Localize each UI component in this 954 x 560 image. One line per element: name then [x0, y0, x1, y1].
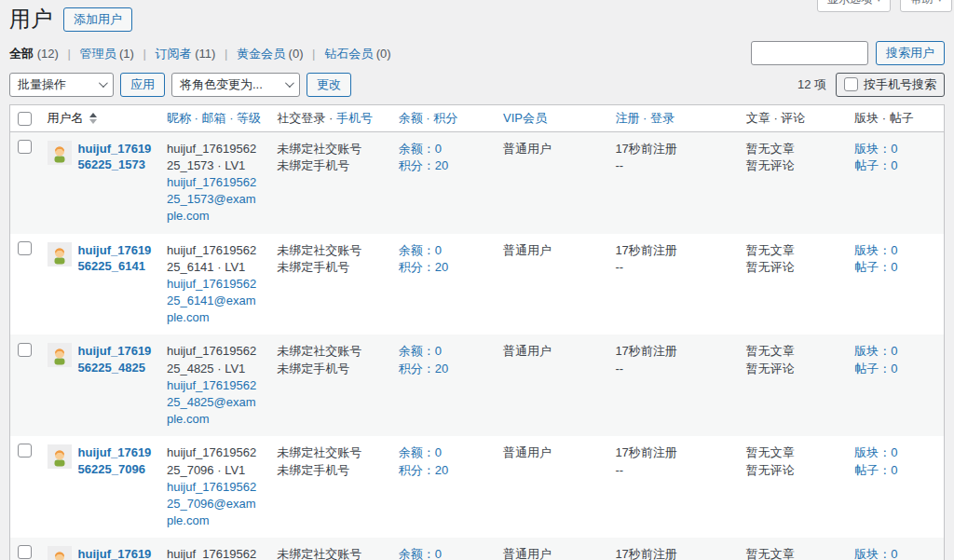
column-register-login[interactable]: 注册 · 登录: [615, 111, 675, 125]
change-role-button[interactable]: 更改: [307, 73, 351, 97]
phone-search-toggle[interactable]: 按手机号搜索: [836, 73, 945, 97]
user-avatar: [48, 343, 72, 367]
filter-separator: |: [225, 47, 227, 61]
add-user-button[interactable]: 添加用户: [63, 7, 132, 32]
social-binding-status: 未绑定社交账号: [277, 141, 383, 157]
username-link[interactable]: huijuf_1761956225_4825: [78, 343, 152, 376]
filter-administrator[interactable]: 管理员 (1): [79, 47, 134, 61]
topics-count-link[interactable]: 帖子：0: [854, 157, 936, 174]
last-login: --: [615, 361, 730, 377]
select-user-checkbox[interactable]: [18, 140, 32, 154]
filter-gold-member[interactable]: 黄金会员 (0): [237, 47, 304, 61]
vip-status: 普通用户: [503, 344, 552, 358]
forum-count-link[interactable]: 版块：0: [854, 141, 936, 157]
social-binding-status: 未绑定社交账号: [277, 242, 383, 259]
select-all-checkbox[interactable]: [18, 112, 32, 126]
username-link[interactable]: huijuf_1761956225_1573: [78, 141, 152, 173]
balance-link[interactable]: 余额：0: [399, 141, 488, 157]
select-user-checkbox[interactable]: [18, 444, 32, 458]
username-link[interactable]: huijuf_1761956225_7096: [78, 444, 152, 477]
registered-time: 17秒前注册: [615, 242, 730, 259]
username-link[interactable]: huijuf_1761956225_4515: [78, 546, 152, 560]
forum-count-link[interactable]: 版块：0: [854, 343, 936, 360]
topics-count-link[interactable]: 帖子：0: [854, 462, 936, 479]
bulk-action-select[interactable]: 批量操作: [9, 73, 114, 97]
comments-status: 暂无评论: [746, 157, 839, 174]
points-link[interactable]: 积分：20: [399, 259, 488, 276]
filter-subscriber[interactable]: 订阅者 (11): [156, 47, 216, 61]
vip-status: 普通用户: [503, 547, 552, 560]
chevron-down-icon: [99, 78, 108, 88]
help-label: 帮助: [910, 0, 933, 7]
select-user-checkbox[interactable]: [18, 343, 32, 357]
registered-time: 17秒前注册: [615, 546, 730, 560]
phone-binding-status: 未绑定手机号: [277, 259, 383, 276]
last-login: --: [615, 157, 730, 174]
user-email-link[interactable]: huijuf_1761956225_4825@example.com: [167, 378, 256, 426]
forum-count-link[interactable]: 版块：0: [854, 242, 936, 259]
column-vip[interactable]: VIP会员: [503, 111, 547, 125]
forum-count-link[interactable]: 版块：0: [854, 444, 936, 461]
filter-separator: |: [312, 47, 315, 61]
user-nickname-level: huijuf_1761956225_6141 · LV1: [167, 242, 262, 276]
phone-binding-status: 未绑定手机号: [277, 157, 383, 174]
toolbar-right: 12 项 按手机号搜索: [797, 73, 945, 97]
screen-meta-bar: 显示选项 ▾ 帮助 ▾: [817, 0, 952, 12]
user-email-link[interactable]: huijuf_1761956225_1573@example.com: [167, 175, 256, 223]
points-link[interactable]: 积分：20: [399, 361, 488, 377]
screen-options-button[interactable]: 显示选项 ▾: [817, 0, 892, 12]
user-avatar: [48, 242, 72, 266]
user-table-row: huijuf_1761956225_4825 huijuf_1761956225…: [10, 335, 945, 436]
user-email-link[interactable]: huijuf_1761956225_7096@example.com: [167, 480, 256, 527]
forum-count-link[interactable]: 版块：0: [854, 546, 936, 560]
vip-status: 普通用户: [503, 142, 552, 156]
points-link[interactable]: 积分：20: [399, 157, 488, 174]
user-table-row: huijuf_1761956225_1573 huijuf_1761956225…: [10, 131, 945, 233]
topics-count-link[interactable]: 帖子：0: [854, 361, 936, 377]
user-email-link[interactable]: huijuf_1761956225_6141@example.com: [167, 277, 256, 324]
toolbar-left: 批量操作 应用 将角色变更为... 更改: [9, 73, 351, 97]
select-user-checkbox[interactable]: [18, 241, 32, 255]
column-social-login: 社交登录: [277, 111, 325, 125]
user-search-input[interactable]: [751, 41, 868, 65]
filter-diamond-member[interactable]: 钻石会员 (0): [324, 47, 391, 61]
filter-separator: |: [67, 47, 70, 61]
user-table-row: huijuf_1761956225_4515 huijuf_1761956225…: [10, 538, 945, 560]
last-login: --: [615, 259, 730, 276]
points-link[interactable]: 积分：20: [399, 462, 488, 479]
balance-link[interactable]: 余额：0: [399, 343, 488, 360]
vip-status: 普通用户: [503, 445, 552, 459]
column-balance-points[interactable]: 余额 · 积分: [399, 111, 458, 125]
social-binding-status: 未绑定社交账号: [277, 444, 383, 461]
column-phone[interactable]: 手机号: [336, 111, 373, 125]
help-button[interactable]: 帮助 ▾: [900, 0, 952, 12]
column-nickname-email-level[interactable]: 昵称 · 邮箱 · 等级: [167, 111, 261, 125]
filter-all[interactable]: 全部 (12): [9, 47, 59, 61]
apply-button[interactable]: 应用: [120, 73, 165, 97]
articles-status: 暂无文章: [746, 546, 839, 560]
user-table-row: huijuf_1761956225_7096 huijuf_1761956225…: [10, 436, 945, 538]
balance-link[interactable]: 余额：0: [399, 444, 488, 461]
filter-search-row: 全部 (12) | 管理员 (1) | 订阅者 (11) | 黄金会员 (0) …: [9, 41, 945, 65]
users-table: 用户名 昵称 · 邮箱 · 等级 社交登录 · 手机号 余额 · 积分 VIP会…: [9, 104, 945, 560]
table-header-row: 用户名 昵称 · 邮箱 · 等级 社交登录 · 手机号 余额 · 积分 VIP会…: [10, 104, 945, 131]
change-role-select[interactable]: 将角色变更为...: [171, 73, 300, 97]
vip-status: 普通用户: [503, 243, 552, 257]
search-users-button[interactable]: 搜索用户: [876, 41, 945, 65]
column-username-sort[interactable]: 用户名: [48, 110, 97, 127]
balance-link[interactable]: 余额：0: [399, 546, 488, 560]
social-binding-status: 未绑定社交账号: [277, 343, 383, 360]
user-nickname-level: huijuf_1761956225_4825 · LV1: [167, 343, 262, 376]
phone-binding-status: 未绑定手机号: [277, 361, 383, 377]
username-link[interactable]: huijuf_1761956225_6141: [78, 242, 152, 275]
comments-status: 暂无评论: [746, 259, 839, 276]
user-avatar: [48, 444, 72, 469]
comments-status: 暂无评论: [746, 361, 839, 377]
chevron-down-icon: [285, 78, 294, 88]
balance-link[interactable]: 余额：0: [399, 242, 488, 259]
chevron-down-icon: ▾: [877, 0, 881, 4]
select-user-checkbox[interactable]: [18, 545, 32, 559]
topics-count-link[interactable]: 帖子：0: [854, 259, 936, 276]
phone-search-checkbox[interactable]: [844, 77, 858, 91]
user-nickname-level: huijuf_1761956225_1573 · LV1: [167, 141, 262, 174]
